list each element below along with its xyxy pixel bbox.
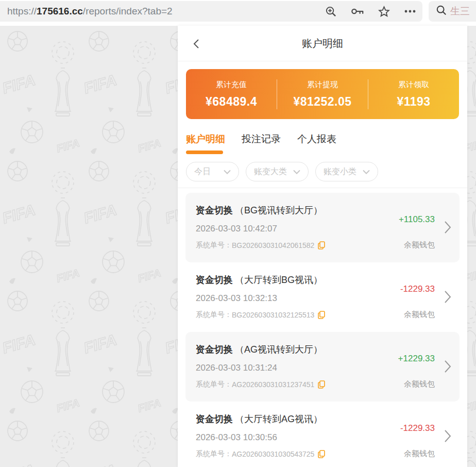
summary-total-deposit: 累计充值 ¥68489.4 xyxy=(186,69,277,119)
url-text[interactable]: https://175616.cc/reports/index?tab=2 xyxy=(7,6,173,17)
transaction-amount: -1229.33 xyxy=(400,284,435,294)
order-label: 系统单号： xyxy=(196,380,232,389)
tab-bet-records[interactable]: 投注记录 xyxy=(242,132,281,146)
filter-date-dropdown[interactable]: 今日 xyxy=(186,162,239,181)
search-icon xyxy=(436,5,447,18)
chevron-right-icon[interactable] xyxy=(444,221,451,236)
chevron-down-icon xyxy=(224,167,231,176)
transaction-row[interactable]: 资金切换（大厅转到BG视讯） 2026-03-03 10:32:13 系统单号：… xyxy=(185,262,460,332)
active-tab-indicator xyxy=(186,151,223,154)
menu-ellipsis-icon[interactable] xyxy=(404,9,416,13)
filter-label: 账变大类 xyxy=(254,166,287,177)
search-box[interactable]: 生三 xyxy=(429,1,476,22)
transaction-amount: +1105.33 xyxy=(399,214,435,225)
tab-account-details[interactable]: 账户明细 xyxy=(186,132,225,146)
order-number: AG202603031031237451 xyxy=(232,380,314,389)
order-number: BG202603031042061582 xyxy=(232,241,314,249)
copy-icon[interactable] xyxy=(318,380,326,389)
transaction-datetime: 2026-03-03 10:32:13 xyxy=(196,293,460,304)
summary-total-withdraw: 累计提现 ¥81252.05 xyxy=(277,69,368,119)
chevron-down-icon xyxy=(293,167,300,176)
transaction-row[interactable]: 资金切换（AG视讯转到大厅） 2026-03-03 10:31:24 系统单号：… xyxy=(185,332,460,402)
transaction-row[interactable]: 资金切换（大厅转到AG视讯） 2026-03-03 10:30:56 系统单号：… xyxy=(185,402,460,467)
copy-icon[interactable] xyxy=(318,450,326,458)
filter-minor-category-dropdown[interactable]: 账变小类 xyxy=(315,162,378,181)
filter-label: 今日 xyxy=(194,166,211,177)
summary-value: ¥81252.05 xyxy=(293,95,351,109)
chevron-down-icon xyxy=(363,167,370,176)
summary-label: 累计领取 xyxy=(398,80,429,90)
summary-label: 累计充值 xyxy=(216,80,247,90)
panel-header: 账户明细 xyxy=(178,26,467,61)
chevron-right-icon[interactable] xyxy=(444,360,451,375)
order-number: AG202603031030543725 xyxy=(232,450,314,458)
search-input-text[interactable]: 生三 xyxy=(450,5,470,18)
wallet-label: 余额钱包 xyxy=(404,240,435,250)
filter-bar: 今日 账变大类 账变小类 xyxy=(186,162,459,188)
transaction-datetime: 2026-03-03 10:42:07 xyxy=(196,224,460,234)
filter-label: 账变小类 xyxy=(324,166,356,177)
summary-value: ¥68489.4 xyxy=(206,95,257,109)
summary-total-claimed: 累计领取 ¥1193 xyxy=(368,69,459,119)
copy-icon[interactable] xyxy=(318,311,326,319)
password-key-icon[interactable] xyxy=(351,6,364,16)
back-chevron-icon[interactable] xyxy=(191,38,202,49)
zoom-in-icon[interactable] xyxy=(325,6,337,18)
tab-personal-report[interactable]: 个人报表 xyxy=(297,132,336,146)
page-title: 账户明细 xyxy=(178,26,467,61)
copy-icon[interactable] xyxy=(318,241,326,249)
order-label: 系统单号： xyxy=(196,310,232,320)
address-bar[interactable]: https://175616.cc/reports/index?tab=2 xyxy=(0,1,422,22)
wallet-label: 余额钱包 xyxy=(404,449,435,459)
order-label: 系统单号： xyxy=(196,241,232,250)
order-number: BG202603031032125513 xyxy=(232,311,314,319)
transaction-amount: +1229.33 xyxy=(398,354,435,364)
tab-bar: 账户明细 投注记录 个人报表 xyxy=(186,132,459,146)
transaction-datetime: 2026-03-03 10:31:24 xyxy=(196,363,460,373)
transaction-row[interactable]: 资金切换（BG视讯转到大厅） 2026-03-03 10:42:07 系统单号：… xyxy=(185,193,460,262)
bookmark-star-icon[interactable] xyxy=(378,6,390,18)
filter-major-category-dropdown[interactable]: 账变大类 xyxy=(246,162,309,181)
browser-toolbar: https://175616.cc/reports/index?tab=2 xyxy=(0,0,476,23)
summary-value: ¥1193 xyxy=(397,95,430,109)
summary-card: 累计充值 ¥68489.4 累计提现 ¥81252.05 累计领取 ¥1193 xyxy=(186,69,459,119)
transaction-datetime: 2026-03-03 10:30:56 xyxy=(196,432,460,443)
wallet-label: 余额钱包 xyxy=(404,379,435,389)
transaction-amount: -1229.33 xyxy=(400,423,435,433)
account-details-panel: 账户明细 累计充值 ¥68489.4 累计提现 ¥81252.05 累计领取 ¥… xyxy=(178,26,467,467)
order-label: 系统单号： xyxy=(196,449,232,459)
summary-label: 累计提现 xyxy=(307,80,338,90)
chevron-right-icon[interactable] xyxy=(444,429,451,445)
chevron-right-icon[interactable] xyxy=(444,290,451,306)
wallet-label: 余额钱包 xyxy=(404,310,435,320)
transaction-list: 资金切换（BG视讯转到大厅） 2026-03-03 10:42:07 系统单号：… xyxy=(178,193,467,467)
